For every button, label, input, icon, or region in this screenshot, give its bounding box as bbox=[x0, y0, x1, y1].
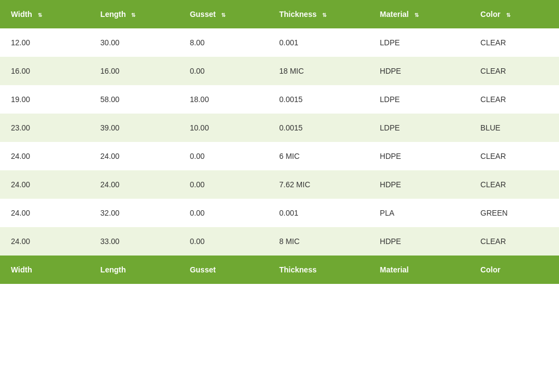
footer-color: Color bbox=[469, 256, 559, 284]
table-row: 23.0039.0010.000.0015LDPEBLUE bbox=[0, 114, 559, 142]
cell-width: 12.00 bbox=[0, 28, 90, 57]
cell-color: CLEAR bbox=[469, 28, 559, 57]
footer-gusset: Gusset bbox=[179, 256, 269, 284]
cell-width: 24.00 bbox=[0, 199, 90, 227]
cell-material: HDPE bbox=[369, 142, 469, 170]
sort-icon-gusset[interactable]: ⇅ bbox=[221, 12, 225, 18]
col-header-gusset-label: Gusset bbox=[190, 10, 216, 19]
cell-color: CLEAR bbox=[469, 85, 559, 114]
cell-material: LDPE bbox=[369, 114, 469, 142]
cell-material: HDPE bbox=[369, 227, 469, 256]
cell-gusset: 18.00 bbox=[179, 85, 269, 114]
footer-width: Width bbox=[0, 256, 90, 284]
sort-icon-thickness[interactable]: ⇅ bbox=[322, 12, 326, 18]
col-header-width-label: Width bbox=[11, 10, 32, 19]
sort-icon-color[interactable]: ⇅ bbox=[506, 12, 510, 18]
col-header-length-label: Length bbox=[100, 10, 126, 19]
cell-width: 16.00 bbox=[0, 57, 90, 85]
cell-thickness: 0.001 bbox=[268, 199, 368, 227]
footer-row: Width Length Gusset Thickness Material C… bbox=[0, 256, 559, 284]
footer-material: Material bbox=[369, 256, 469, 284]
cell-width: 19.00 bbox=[0, 85, 90, 114]
cell-width: 24.00 bbox=[0, 170, 90, 199]
cell-length: 24.00 bbox=[90, 170, 179, 199]
col-header-material[interactable]: Material ⇅ bbox=[369, 0, 469, 28]
cell-length: 33.00 bbox=[90, 227, 179, 256]
cell-gusset: 10.00 bbox=[179, 114, 269, 142]
cell-gusset: 0.00 bbox=[179, 199, 269, 227]
cell-material: PLA bbox=[369, 199, 469, 227]
cell-width: 24.00 bbox=[0, 142, 90, 170]
cell-color: GREEN bbox=[469, 199, 559, 227]
table-row: 12.0030.008.000.001LDPECLEAR bbox=[0, 28, 559, 57]
table-container: Width ⇅ Length ⇅ Gusset ⇅ Thickness ⇅ Ma… bbox=[0, 0, 559, 392]
data-table: Width ⇅ Length ⇅ Gusset ⇅ Thickness ⇅ Ma… bbox=[0, 0, 559, 284]
cell-width: 23.00 bbox=[0, 114, 90, 142]
cell-material: HDPE bbox=[369, 57, 469, 85]
cell-thickness: 7.62 MIC bbox=[268, 170, 368, 199]
cell-length: 39.00 bbox=[90, 114, 179, 142]
cell-color: BLUE bbox=[469, 114, 559, 142]
cell-thickness: 0.0015 bbox=[268, 85, 368, 114]
col-header-gusset[interactable]: Gusset ⇅ bbox=[179, 0, 269, 28]
cell-thickness: 8 MIC bbox=[268, 227, 368, 256]
cell-length: 58.00 bbox=[90, 85, 179, 114]
table-row: 16.0016.000.0018 MICHDPECLEAR bbox=[0, 57, 559, 85]
cell-thickness: 0.001 bbox=[268, 28, 368, 57]
table-row: 19.0058.0018.000.0015LDPECLEAR bbox=[0, 85, 559, 114]
cell-thickness: 6 MIC bbox=[268, 142, 368, 170]
table-row: 24.0033.000.008 MICHDPECLEAR bbox=[0, 227, 559, 256]
cell-color: CLEAR bbox=[469, 57, 559, 85]
sort-icon-width[interactable]: ⇅ bbox=[38, 12, 42, 18]
sort-icon-material[interactable]: ⇅ bbox=[414, 12, 419, 18]
col-header-thickness[interactable]: Thickness ⇅ bbox=[268, 0, 368, 28]
cell-length: 30.00 bbox=[90, 28, 179, 57]
col-header-color-label: Color bbox=[480, 10, 501, 19]
cell-thickness: 18 MIC bbox=[268, 57, 368, 85]
col-header-width[interactable]: Width ⇅ bbox=[0, 0, 90, 28]
table-row: 24.0024.000.007.62 MICHDPECLEAR bbox=[0, 170, 559, 199]
footer-thickness: Thickness bbox=[268, 256, 368, 284]
cell-gusset: 0.00 bbox=[179, 142, 269, 170]
cell-thickness: 0.0015 bbox=[268, 114, 368, 142]
cell-gusset: 0.00 bbox=[179, 170, 269, 199]
cell-gusset: 8.00 bbox=[179, 28, 269, 57]
cell-color: CLEAR bbox=[469, 227, 559, 256]
cell-length: 32.00 bbox=[90, 199, 179, 227]
table-row: 24.0024.000.006 MICHDPECLEAR bbox=[0, 142, 559, 170]
cell-gusset: 0.00 bbox=[179, 57, 269, 85]
cell-material: LDPE bbox=[369, 28, 469, 57]
cell-gusset: 0.00 bbox=[179, 227, 269, 256]
table-row: 24.0032.000.000.001PLAGREEN bbox=[0, 199, 559, 227]
cell-length: 24.00 bbox=[90, 142, 179, 170]
sort-icon-length[interactable]: ⇅ bbox=[131, 12, 135, 18]
footer-length: Length bbox=[90, 256, 179, 284]
cell-material: HDPE bbox=[369, 170, 469, 199]
cell-color: CLEAR bbox=[469, 142, 559, 170]
cell-material: LDPE bbox=[369, 85, 469, 114]
header-row: Width ⇅ Length ⇅ Gusset ⇅ Thickness ⇅ Ma… bbox=[0, 0, 559, 28]
cell-width: 24.00 bbox=[0, 227, 90, 256]
cell-color: CLEAR bbox=[469, 170, 559, 199]
col-header-length[interactable]: Length ⇅ bbox=[90, 0, 179, 28]
col-header-material-label: Material bbox=[380, 10, 409, 19]
col-header-thickness-label: Thickness bbox=[279, 10, 316, 19]
col-header-color[interactable]: Color ⇅ bbox=[469, 0, 559, 28]
cell-length: 16.00 bbox=[90, 57, 179, 85]
